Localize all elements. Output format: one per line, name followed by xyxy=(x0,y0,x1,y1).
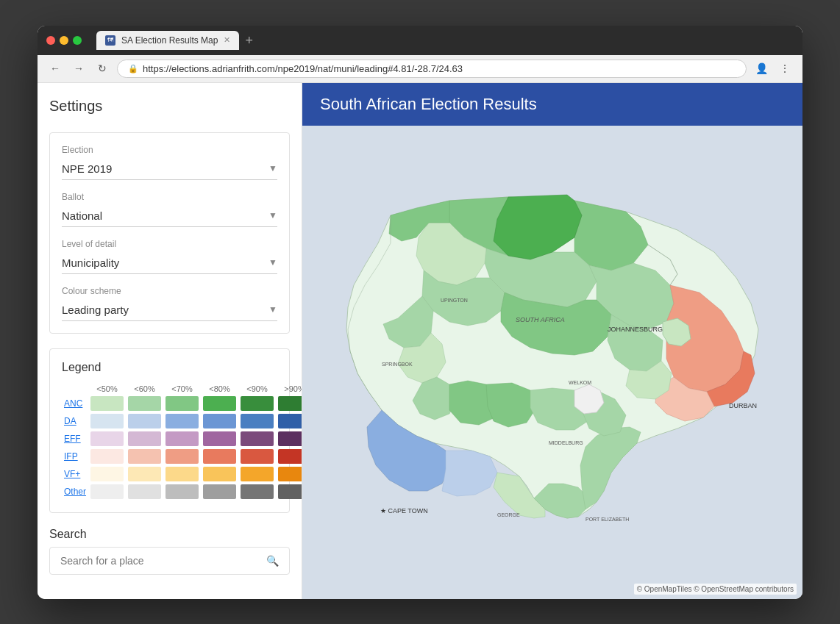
minimize-button[interactable] xyxy=(60,36,68,45)
legend-title: Legend xyxy=(62,361,277,374)
legend-color-swatch xyxy=(203,431,236,446)
legend-header-80: <80% xyxy=(201,383,238,395)
search-title: Search xyxy=(49,528,290,541)
legend-color-cell xyxy=(163,483,201,501)
legend-color-swatch xyxy=(128,414,161,428)
legend-party-name[interactable]: ANC xyxy=(62,395,88,412)
legend-color-swatch xyxy=(165,414,199,428)
legend-party-link[interactable]: Other xyxy=(64,487,86,497)
legend-color-swatch xyxy=(90,414,124,428)
active-tab[interactable]: 🗺 SA Election Results Map ✕ xyxy=(96,31,239,50)
legend-party-link[interactable]: IFP xyxy=(64,451,78,462)
new-tab-button[interactable]: + xyxy=(242,34,256,47)
legend-color-cell xyxy=(126,430,163,448)
election-label: Election xyxy=(62,145,277,155)
legend-color-swatch xyxy=(241,467,274,481)
legend-color-swatch xyxy=(241,431,274,446)
sidebar-title: Settings xyxy=(49,98,290,115)
legend-color-cell xyxy=(201,395,238,412)
legend-header-party xyxy=(62,383,88,395)
legend-color-swatch xyxy=(203,449,236,464)
svg-text:SPRINGBOK: SPRINGBOK xyxy=(382,362,413,367)
legend-party-name[interactable]: DA xyxy=(62,412,88,430)
legend-color-swatch xyxy=(241,484,274,499)
ballot-label: Ballot xyxy=(62,192,277,202)
forward-button[interactable]: → xyxy=(70,60,88,77)
legend-color-swatch xyxy=(90,484,124,499)
maximize-button[interactable] xyxy=(73,36,82,45)
search-input[interactable] xyxy=(60,555,266,567)
ballot-select[interactable]: National ▼ xyxy=(62,205,277,227)
colour-field: Colour scheme Leading party ▼ xyxy=(62,286,277,321)
legend-color-cell xyxy=(88,448,126,465)
legend-color-cell xyxy=(238,483,276,501)
settings-panel: Election NPE 2019 ▼ Ballot National ▼ xyxy=(49,132,290,334)
profile-button[interactable]: 👤 xyxy=(752,60,770,77)
legend-color-swatch xyxy=(278,414,302,428)
legend-row: VF+ xyxy=(62,465,302,483)
url-bar[interactable]: 🔒 https://elections.adrianfrith.com/npe2… xyxy=(117,60,747,78)
more-options-button[interactable]: ⋮ xyxy=(776,60,794,77)
legend-color-cell xyxy=(88,430,126,448)
legend-color-swatch xyxy=(241,396,274,411)
traffic-lights xyxy=(46,36,82,45)
legend-color-swatch xyxy=(241,414,274,428)
legend-party-link[interactable]: VF+ xyxy=(64,469,80,479)
legend-color-cell xyxy=(238,430,276,448)
sidebar: Settings Election NPE 2019 ▼ Ballot Nati… xyxy=(38,83,302,599)
map-header: South African Election Results xyxy=(302,83,802,126)
legend-color-cell xyxy=(163,412,201,430)
legend-color-cell xyxy=(88,483,126,501)
legend-party-link[interactable]: ANC xyxy=(64,398,82,409)
legend-header-60: <60% xyxy=(126,383,163,395)
map-container[interactable]: JOHANNESBURG WELKOM UPINGTON SPRINGBOK D… xyxy=(302,126,802,599)
legend-color-swatch xyxy=(90,396,124,411)
close-button[interactable] xyxy=(46,36,55,45)
legend-party-name[interactable]: Other xyxy=(62,483,88,501)
legend-color-cell xyxy=(88,395,126,412)
map-svg[interactable]: JOHANNESBURG WELKOM UPINGTON SPRINGBOK D… xyxy=(302,126,802,599)
svg-text:JOHANNESBURG: JOHANNESBURG xyxy=(608,326,663,333)
legend-table: <50% <60% <70% <80% <90% >90% ANCDAEFFIF… xyxy=(62,383,302,501)
legend-color-swatch xyxy=(90,449,124,464)
colour-label: Colour scheme xyxy=(62,286,277,296)
legend-color-cell xyxy=(163,395,201,412)
svg-text:MIDDELBURG: MIDDELBURG xyxy=(549,440,583,445)
legend-color-swatch xyxy=(278,396,302,411)
detail-select[interactable]: Municipality ▼ xyxy=(62,252,277,274)
legend-party-name[interactable]: IFP xyxy=(62,448,88,465)
legend-header-70: <70% xyxy=(163,383,201,395)
svg-text:PORT ELIZABETH: PORT ELIZABETH xyxy=(585,517,629,522)
search-section: Search 🔍 xyxy=(49,528,290,575)
legend-color-cell xyxy=(126,395,163,412)
legend-color-cell xyxy=(126,483,163,501)
colour-select[interactable]: Leading party ▼ xyxy=(62,299,277,321)
back-button[interactable]: ← xyxy=(46,60,64,77)
legend-color-swatch xyxy=(203,396,236,411)
legend-row: ANC xyxy=(62,395,302,412)
legend-party-link[interactable]: DA xyxy=(64,416,76,426)
legend-header-50: <50% xyxy=(88,383,126,395)
browser-window: 🗺 SA Election Results Map ✕ + ← → ↻ 🔒 ht… xyxy=(38,26,802,599)
legend-color-cell xyxy=(201,412,238,430)
search-icon[interactable]: 🔍 xyxy=(266,555,279,567)
search-box[interactable]: 🔍 xyxy=(49,547,290,575)
legend-color-swatch xyxy=(203,484,236,499)
legend-party-name[interactable]: VF+ xyxy=(62,465,88,483)
legend-party-link[interactable]: EFF xyxy=(64,434,81,444)
legend-color-cell xyxy=(88,412,126,430)
legend-color-swatch xyxy=(203,467,236,481)
ballot-value: National xyxy=(62,209,102,222)
reload-button[interactable]: ↻ xyxy=(93,60,111,77)
election-select[interactable]: NPE 2019 ▼ xyxy=(62,158,277,180)
legend-color-swatch xyxy=(165,449,199,464)
legend-party-name[interactable]: EFF xyxy=(62,430,88,448)
legend-color-swatch xyxy=(278,484,302,499)
legend-color-swatch xyxy=(278,467,302,481)
legend-color-swatch xyxy=(128,396,161,411)
legend-color-swatch xyxy=(90,467,124,481)
legend-color-swatch xyxy=(165,467,199,481)
tab-close-button[interactable]: ✕ xyxy=(224,35,230,45)
legend-color-swatch xyxy=(165,431,199,446)
legend-color-cell xyxy=(163,465,201,483)
